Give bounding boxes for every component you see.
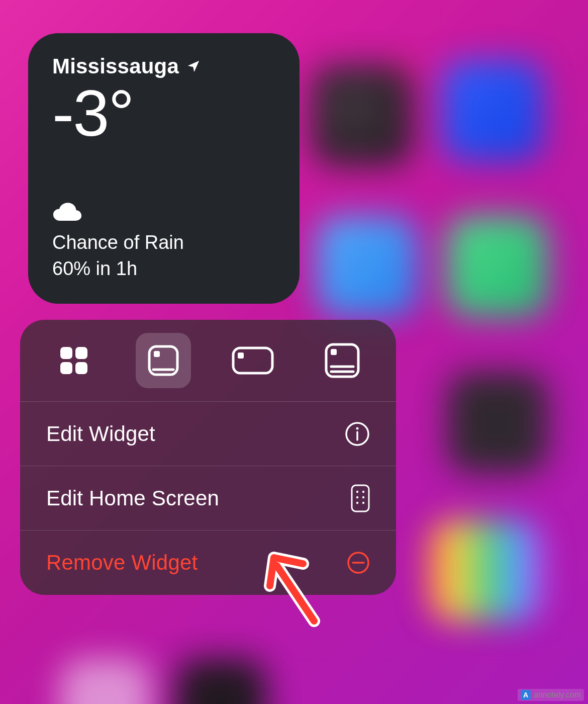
widget-size-large-button[interactable] — [315, 333, 370, 388]
svg-rect-2 — [60, 362, 72, 374]
apps-grid-icon — [351, 484, 370, 512]
remove-widget-menu-item[interactable]: Remove Widget — [20, 531, 396, 595]
svg-point-18 — [362, 490, 364, 492]
svg-rect-10 — [331, 349, 337, 355]
menu-item-label: Edit Widget — [46, 422, 155, 446]
blurred-app-icon — [176, 659, 266, 704]
svg-point-17 — [356, 490, 358, 492]
blurred-app-icon — [447, 216, 548, 317]
widget-size-picker — [20, 320, 396, 402]
weather-condition-label: Chance of Rain — [52, 230, 275, 255]
weather-temperature: -3° — [52, 80, 275, 146]
annotely-badge-icon: A — [521, 690, 531, 700]
svg-rect-0 — [60, 347, 72, 359]
menu-item-label: Edit Home Screen — [46, 486, 219, 510]
minus-circle-icon — [347, 551, 370, 574]
cloud-icon — [52, 202, 275, 225]
widget-size-small-button[interactable] — [46, 333, 102, 388]
edit-home-screen-menu-item[interactable]: Edit Home Screen — [20, 466, 396, 531]
blurred-app-icon — [427, 520, 543, 621]
svg-point-21 — [356, 501, 358, 503]
menu-item-label: Remove Widget — [46, 551, 198, 575]
weather-location: Mississauga — [52, 54, 179, 78]
svg-rect-8 — [238, 353, 244, 359]
svg-rect-3 — [75, 362, 87, 374]
blurred-app-icon — [317, 216, 417, 317]
location-arrow-icon — [186, 59, 201, 74]
widget-context-menu: Edit Widget Edit Home Screen Remove Widg — [20, 320, 396, 595]
svg-rect-1 — [75, 347, 87, 359]
blurred-app-icon — [447, 372, 548, 473]
blurred-app-icon — [312, 65, 412, 166]
svg-rect-5 — [154, 351, 160, 357]
svg-point-20 — [362, 496, 364, 498]
edit-widget-menu-item[interactable]: Edit Widget — [20, 402, 396, 466]
info-circle-icon — [345, 421, 370, 447]
svg-rect-7 — [233, 348, 272, 373]
blurred-app-icon — [442, 60, 543, 161]
blurred-app-icon — [60, 659, 151, 704]
notification-badge — [400, 63, 410, 73]
svg-rect-16 — [352, 485, 369, 511]
svg-point-22 — [362, 501, 364, 503]
widget-size-medium-button[interactable] — [136, 333, 191, 388]
weather-probability: 60% in 1h — [52, 256, 275, 282]
annotely-watermark: A annotely.com — [518, 689, 584, 701]
widget-size-wide-button[interactable] — [225, 333, 280, 388]
svg-point-14 — [356, 427, 359, 429]
watermark-text: annotely.com — [534, 690, 581, 699]
weather-widget[interactable]: Mississauga -3° Chance of Rain 60% in 1h — [28, 33, 300, 304]
svg-point-19 — [356, 496, 358, 498]
